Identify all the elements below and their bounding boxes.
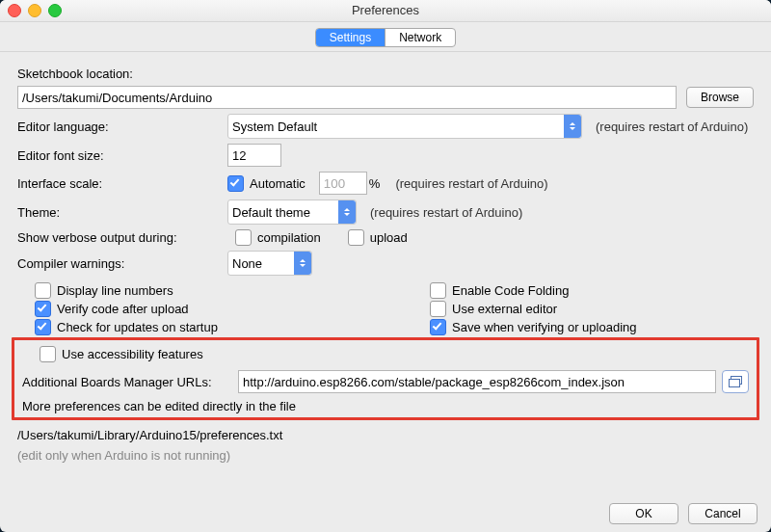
language-select[interactable]: System Default (227, 114, 582, 139)
close-icon[interactable] (8, 4, 21, 17)
iscale-note: (requires restart of Arduino) (395, 176, 547, 191)
tab-network[interactable]: Network (386, 29, 455, 46)
verbose-compile-checkbox[interactable] (235, 229, 252, 246)
prefs-note: (edit only when Arduino is not running) (17, 446, 754, 466)
access-label: Use accessibility features (62, 347, 203, 361)
updates-checkbox[interactable] (35, 319, 51, 335)
linenum-checkbox[interactable] (35, 282, 51, 299)
boardsurl-expand-button[interactable] (722, 370, 749, 393)
iscale-pct-symbol: % (369, 176, 381, 191)
chevron-updown-icon (294, 252, 311, 275)
more-line1: More preferences can be edited directly … (22, 399, 749, 413)
theme-select[interactable]: Default theme (227, 200, 357, 225)
iscale-auto-label: Automatic (250, 176, 306, 191)
chevron-updown-icon (338, 200, 356, 224)
verify-checkbox[interactable] (35, 301, 51, 317)
preferences-window: Preferences Settings Network Sketchbook … (0, 0, 771, 532)
boardsurl-label: Additional Boards Manager URLs: (22, 375, 238, 389)
fold-checkbox[interactable] (430, 282, 446, 299)
ok-button[interactable]: OK (609, 503, 678, 524)
fontsize-label: Editor font size: (17, 148, 227, 163)
prefs-path: /Users/takumi/Library/Arduino15/preferen… (17, 426, 754, 446)
minimize-icon[interactable] (28, 4, 41, 17)
boardsurl-input[interactable] (238, 370, 716, 393)
verify-label: Verify code after upload (57, 302, 189, 316)
saveverify-checkbox[interactable] (430, 319, 446, 335)
iscale-pct-input[interactable] (319, 172, 367, 195)
tab-bar: Settings Network (0, 22, 771, 52)
iscale-label: Interface scale: (17, 176, 227, 191)
cancel-button[interactable]: Cancel (688, 503, 758, 524)
access-checkbox[interactable] (40, 346, 56, 362)
window-controls (8, 4, 62, 17)
theme-value: Default theme (232, 205, 310, 220)
compwarn-label: Compiler warnings: (17, 256, 227, 271)
svg-rect-1 (730, 380, 740, 387)
verbose-upload-label: upload (370, 230, 408, 245)
zoom-icon[interactable] (48, 4, 62, 17)
chevron-updown-icon (564, 115, 581, 138)
language-label: Editor language: (17, 120, 227, 134)
verbose-label: Show verbose output during: (17, 230, 235, 245)
extedit-checkbox[interactable] (430, 301, 446, 317)
updates-label: Check for updates on startup (57, 320, 218, 334)
highlight-box: Use accessibility features Additional Bo… (12, 337, 759, 420)
tab-settings[interactable]: Settings (316, 29, 386, 46)
fold-label: Enable Code Folding (452, 283, 569, 298)
compwarn-select[interactable]: None (227, 251, 312, 276)
verbose-upload-checkbox[interactable] (348, 229, 364, 246)
sketchbook-input[interactable] (17, 86, 677, 109)
sketchbook-label: Sketchbook location: (17, 66, 210, 81)
theme-label: Theme: (17, 205, 227, 220)
footer-buttons: OK Cancel (599, 503, 758, 524)
extedit-label: Use external editor (452, 302, 557, 316)
tab-segment: Settings Network (315, 28, 456, 47)
browse-button[interactable]: Browse (686, 87, 754, 108)
window-stack-icon (729, 376, 742, 387)
titlebar: Preferences (0, 0, 771, 22)
language-value: System Default (232, 120, 317, 134)
window-title: Preferences (0, 0, 771, 21)
iscale-auto-checkbox[interactable] (227, 175, 244, 192)
verbose-compile-label: compilation (257, 230, 321, 245)
saveverify-label: Save when verifying or uploading (452, 320, 637, 334)
linenum-label: Display line numbers (57, 283, 173, 298)
compwarn-value: None (232, 256, 262, 271)
fontsize-input[interactable] (227, 144, 281, 167)
language-note: (requires restart of Arduino) (596, 120, 748, 134)
theme-note: (requires restart of Arduino) (370, 205, 522, 220)
content-area: Sketchbook location: Browse Editor langu… (0, 52, 771, 466)
